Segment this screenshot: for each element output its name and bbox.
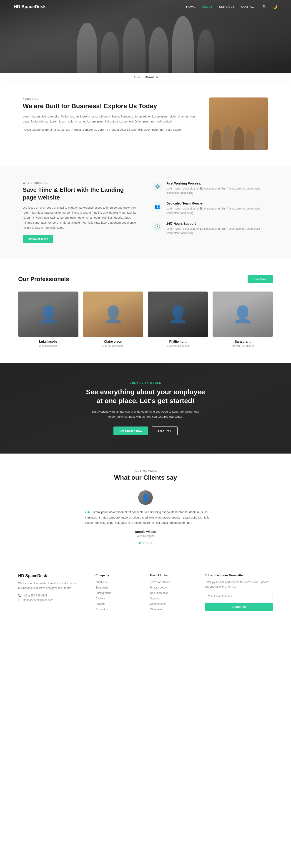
newsletter-form: Subscribe [205,592,273,611]
testi-subtitle: TESTIMONIALS [13,469,278,472]
about-image [209,97,268,150]
team-name-1: Luke jacobs [18,340,79,343]
dot-4[interactable] [150,542,152,544]
team-role-4: Software Engineer [212,344,273,347]
feature-2-icon: 👥 [152,202,162,212]
team-member-1: 👤 Luke jacobs Web Developer [18,291,79,347]
breadcrumb-home[interactable]: Home [133,75,141,79]
team-role-1: Web Developer [18,344,79,347]
footer-company-heading: Company [95,574,141,577]
team-section: Our Professionals Join Team 👤 Luke jacob… [0,259,291,363]
team-photo-2: 👤 [83,291,143,337]
team-member-2: 👤 Claire olson Android Developer [83,291,143,347]
testimonial-name: Dennis wilson [80,530,211,533]
email-icon: ✉️ [18,598,22,602]
footer-useful-link-5[interactable]: Components [150,602,196,606]
about-right [209,97,268,150]
feature-2-content: Dedicated Team Member Lorem ipsum dolor … [167,202,268,215]
feature-2: 👥 Dedicated Team Member Lorem ipsum dolo… [152,202,268,215]
feature-3: 🕐 24/7 Hours Support Lorem ipsum dolor s… [152,222,268,236]
footer-phone-number: (+21) 255 999 8888 [23,594,47,597]
team-grid: 👤 Luke jacobs Web Developer 👤 Claire ols… [18,291,273,347]
about-paragraph2: Pellen tesque libero ut justo, ultrices … [23,127,198,132]
footer-useful: Useful Links Terms of service Privacy po… [150,574,196,611]
footer-company: Company About Us Blog posts Pricing plan… [95,574,141,611]
why-left: WHY CHOOSE US Save Time & Effort with th… [23,182,139,243]
testimonial-card: 👤 ““Lorem ipsum dolor sit amet int conse… [80,490,211,544]
about-subtitle: ABOUT US [23,97,198,100]
team-photo-4: 👤 [212,291,273,337]
feature-1-text: Lorem ipsum dolor sit amet,Ea consequunt… [167,187,268,195]
footer-useful-link-2[interactable]: Privacy policy [150,586,196,589]
team-member-4: 👤 Sara grant Software Engineer [212,291,273,347]
search-icon[interactable]: 🔍 [262,5,267,9]
feature-3-text: Lorem ipsum dolor sit amet,Ea consequunt… [167,227,268,236]
footer-company-link-6[interactable]: Contact us [95,608,141,611]
team-header: Our Professionals Join Team [18,275,273,283]
footer-newsletter-heading: Subscribe to our Newsletter [205,574,273,577]
testimonials-section: TESTIMONIALS What our Clients say 👤 ““Lo… [0,454,291,560]
breadcrumb-bar: Home › About Us [0,73,291,82]
footer-company-link-3[interactable]: Pricing plans [95,591,141,595]
about-left: ABOUT US We are Built for Business! Expl… [23,97,198,132]
why-body: We focus on the needs of small to middle… [23,205,139,230]
about-paragraph1: Lorem ipsum viverra feugiat. Pellen tesq… [23,114,198,124]
footer-newsletter-desc: Enter your email and receive the latest … [205,580,273,589]
discover-more-button[interactable]: Discover More [23,235,53,243]
team-role-3: Software Engineer [148,344,208,347]
footer-company-link-4[interactable]: Careers [95,596,141,600]
feature-1-content: First Working Process. Lorem ipsum dolor… [167,182,268,195]
nav-services[interactable]: SERVICES [219,5,235,8]
feature-1-icon: ⚙️ [152,182,162,191]
testimonial-avatar: 👤 [138,490,153,505]
footer-useful-heading: Useful Links [150,574,196,577]
footer-grid: HD SpaceDesk We focus on the needs of sm… [18,574,273,611]
footer-newsletter: Subscribe to our Newsletter Enter your e… [205,574,273,611]
team-name-4: Sara grant [212,340,273,343]
team-title: Our Professionals [18,276,69,283]
breadcrumb-separator: › [142,75,143,79]
team-photo-3: 👤 [148,291,208,337]
team-role-2: Android Developer [83,344,143,347]
feature-1-title: First Working Process. [167,182,268,185]
team-member-3: 👤 Phillip hunt Software Engineer [148,291,208,347]
footer-brand-desc: We focus on the needs of small to middle… [18,581,86,590]
about-title: We are Built for Business! Explore Us To… [23,102,198,110]
feature-2-text: Lorem ipsum dolor sit amet,Ea consequunt… [167,207,268,215]
footer-useful-link-4[interactable]: Support [150,596,196,600]
testimonial-dots [80,542,211,544]
newsletter-email-input[interactable] [205,592,273,600]
footer-company-link-2[interactable]: Blog posts [95,586,141,589]
feature-1: ⚙️ First Working Process. Lorem ipsum do… [152,182,268,195]
footer-useful-link-1[interactable]: Terms of service [150,580,196,584]
subscribe-button[interactable]: Subscribe [205,602,273,611]
team-name-2: Claire olson [83,340,143,343]
nav-contact[interactable]: CONTACT [241,5,256,8]
team-photo-1: 👤 [18,291,79,337]
dot-3[interactable] [146,542,148,544]
footer-company-link-1[interactable]: About Us [95,580,141,584]
dot-1[interactable] [139,542,141,544]
phone-icon: 📞 [18,594,22,597]
footer-brand-name: HD SpaceDesk [18,574,86,578]
why-section: WHY CHOOSE US Save Time & Effort with th… [0,166,291,259]
about-section: ABOUT US We are Built for Business! Expl… [0,82,291,166]
footer: HD SpaceDesk We focus on the needs of sm… [0,560,291,627]
footer-useful-link-3[interactable]: Documentation [150,591,196,595]
breadcrumb: Home › About Us [133,75,158,79]
footer-useful-link-6[interactable]: Changelog [150,608,196,611]
feature-2-title: Dedicated Team Member [167,202,268,205]
nav-links: HOME ABOUT SERVICES CONTACT 🔍 🌙 [186,5,278,9]
why-right: ⚙️ First Working Process. Lorem ipsum do… [152,182,268,243]
nav-logo: HD SpaceDesk [13,4,46,9]
dot-2[interactable] [143,542,145,544]
cta-section: CREATIVITY GOALS See everything about yo… [0,363,291,454]
footer-company-link-5[interactable]: Projects [95,602,141,606]
team-name-3: Phillip hunt [148,340,208,343]
testimonial-role: Web Designer [80,534,211,538]
nav-home[interactable]: HOME [186,5,196,8]
footer-email-address: hdspacedesk@mail.com [23,598,53,602]
nav-about[interactable]: ABOUT [202,5,212,8]
dark-mode-icon[interactable]: 🌙 [273,5,278,9]
join-team-button[interactable]: Join Team [248,275,273,283]
